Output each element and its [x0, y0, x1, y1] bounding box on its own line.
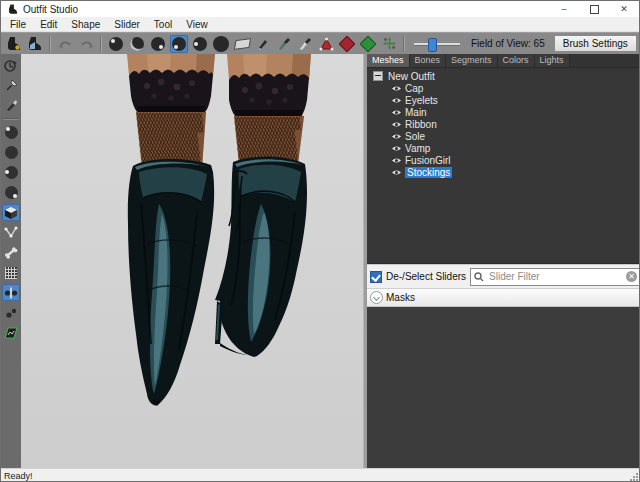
tab-segments[interactable]: Segments	[446, 54, 498, 67]
flip-edge-icon[interactable]	[338, 35, 356, 53]
detail-brush-icon[interactable]	[296, 35, 314, 53]
tree-root[interactable]: New Outfit	[367, 70, 639, 82]
tree-item-label: Ribbon	[405, 119, 437, 130]
deselect-sliders-checkbox[interactable]	[370, 271, 382, 283]
maximize-button[interactable]	[579, 1, 609, 17]
pin-icon[interactable]	[2, 77, 20, 94]
mirror-icon[interactable]	[2, 284, 20, 301]
close-button[interactable]: ✕	[609, 1, 639, 17]
tree-item-main[interactable]: Main	[367, 106, 639, 118]
collapse-vertex-icon[interactable]	[317, 35, 335, 53]
collapse-icon[interactable]	[373, 71, 383, 81]
slider-track[interactable]	[414, 43, 460, 46]
eye-icon[interactable]	[391, 156, 402, 165]
orbit-view-icon[interactable]	[2, 57, 20, 74]
load-project-icon[interactable]	[5, 35, 23, 53]
viewport-3d[interactable]	[21, 54, 363, 468]
tab-colors[interactable]: Colors	[498, 54, 535, 67]
tab-bones[interactable]: Bones	[410, 54, 447, 67]
split-edge-icon[interactable]	[359, 35, 377, 53]
brush-preset-4-icon[interactable]	[2, 184, 20, 201]
status-bar: Ready!	[1, 468, 639, 482]
chevron-down-icon[interactable]	[370, 291, 383, 304]
tree-item-label: Sole	[405, 131, 425, 142]
alpha-brush-icon[interactable]	[254, 35, 272, 53]
tree-item-vamp[interactable]: Vamp	[367, 142, 639, 154]
window-title: Outfit Studio	[23, 4, 549, 15]
transform-cube-icon[interactable]	[2, 204, 20, 221]
deflate-brush-icon[interactable]	[170, 35, 188, 53]
maximize-icon	[590, 5, 599, 14]
status-text: Ready!	[4, 471, 33, 481]
move-brush-icon[interactable]	[212, 35, 230, 53]
masks-label: Masks	[386, 292, 415, 303]
inflate-brush-icon[interactable]	[149, 35, 167, 53]
save-project-icon[interactable]	[26, 35, 44, 53]
model-legs	[21, 54, 363, 468]
tree-item-stockings[interactable]: Stockings	[367, 166, 639, 178]
tree-item-ribbon[interactable]: Ribbon	[367, 118, 639, 130]
eye-icon[interactable]	[391, 120, 402, 129]
move-vertex-icon[interactable]	[380, 35, 398, 53]
smooth-brush-icon[interactable]	[191, 35, 209, 53]
menu-tool[interactable]: Tool	[147, 19, 179, 30]
left-toolbar-separator	[3, 118, 19, 120]
tree-item-label: Cap	[405, 83, 423, 94]
tree-item-label: Main	[405, 107, 427, 118]
toolbar-separator	[49, 36, 51, 52]
eye-icon[interactable]	[391, 144, 402, 153]
left-toolbar	[1, 54, 21, 468]
eye-icon[interactable]	[391, 84, 402, 93]
tree-root-label: New Outfit	[388, 71, 435, 82]
menu-slider[interactable]: Slider	[107, 19, 147, 30]
undiff-brush-icon[interactable]	[233, 35, 251, 53]
menu-file[interactable]: File	[3, 19, 33, 30]
color-brush-icon[interactable]	[275, 35, 293, 53]
eye-icon[interactable]	[391, 108, 402, 117]
select-brush-icon[interactable]	[107, 35, 125, 53]
brush-preset-3-icon[interactable]	[2, 164, 20, 181]
field-of-view-slider[interactable]	[414, 37, 460, 51]
tree-item-cap[interactable]: Cap	[367, 82, 639, 94]
clear-filter-icon[interactable]: ✕	[626, 271, 637, 282]
menu-shape[interactable]: Shape	[64, 19, 107, 30]
slider-filter-input[interactable]	[487, 270, 623, 283]
slider-handle[interactable]	[428, 38, 437, 52]
eye-icon[interactable]	[391, 96, 402, 105]
undo-icon[interactable]	[56, 35, 74, 53]
title-bar: Outfit Studio – ✕	[1, 1, 639, 17]
brush-settings-button[interactable]: Brush Settings	[554, 35, 637, 52]
main-toolbar: Field of View: 65 Brush Settings	[1, 32, 639, 54]
toolbar-separator	[100, 36, 102, 52]
brush-preset-2-icon[interactable]	[2, 144, 20, 161]
texture-toggle-icon[interactable]	[2, 324, 20, 341]
minimize-button[interactable]: –	[549, 1, 579, 17]
pen-icon[interactable]	[2, 97, 20, 114]
masks-body	[367, 307, 639, 468]
bone-icon[interactable]	[2, 244, 20, 261]
slider-filter-box[interactable]: ✕	[470, 268, 640, 286]
search-icon	[474, 272, 484, 282]
tree-item-eyelets[interactable]: Eyelets	[367, 94, 639, 106]
field-of-view-label: Field of View: 65	[471, 38, 545, 49]
right-panel: Meshes Bones Segments Colors Lights New …	[367, 54, 639, 468]
wireframe-grid-icon[interactable]	[2, 264, 20, 281]
eye-icon[interactable]	[391, 132, 402, 141]
toolbar-separator	[403, 36, 405, 52]
vertex-edit-icon[interactable]	[2, 224, 20, 241]
brush-preset-1-icon[interactable]	[2, 124, 20, 141]
mask-brush-icon[interactable]	[128, 35, 146, 53]
tree-item-sole[interactable]: Sole	[367, 130, 639, 142]
resize-grip-icon[interactable]	[630, 473, 638, 481]
eye-icon[interactable]	[391, 168, 402, 177]
tree-item-label-selected: Stockings	[405, 167, 452, 178]
menu-edit[interactable]: Edit	[33, 19, 64, 30]
tab-lights[interactable]: Lights	[535, 54, 570, 67]
connected-vertices-icon[interactable]	[2, 304, 20, 321]
redo-icon[interactable]	[77, 35, 95, 53]
menu-view[interactable]: View	[179, 19, 215, 30]
tab-meshes[interactable]: Meshes	[367, 54, 410, 67]
masks-header[interactable]: Masks	[367, 288, 639, 307]
deselect-sliders-label: De-/Select Sliders	[386, 271, 466, 282]
tree-item-fusiongirl[interactable]: FusionGirl	[367, 154, 639, 166]
